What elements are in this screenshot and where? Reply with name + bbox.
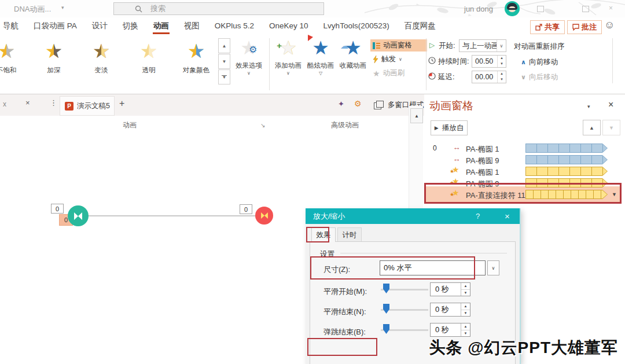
ribbon-tab-6[interactable]: 视图 [177, 17, 207, 36]
dialog-help-button[interactable]: ? [476, 212, 480, 220]
favorite-animation-button[interactable]: ★☁ 收藏动画 [337, 37, 369, 70]
effect-options-button[interactable]: ★⚙ 效果选项 ∨ [233, 37, 265, 76]
ribbon-tab-3[interactable]: 设计 [84, 17, 115, 36]
pane-move-up-button[interactable]: ▲ [583, 120, 601, 135]
ribbon-tab-5[interactable]: 动画 [146, 17, 177, 36]
play-from-button[interactable]: ▶ 播放自 [431, 120, 468, 135]
dialog-titlebar[interactable]: 放大/缩小 [306, 208, 520, 224]
pane-move-down-button[interactable]: ▼ [602, 120, 620, 135]
avatar[interactable] [505, 1, 520, 16]
animation-list-item[interactable]: ★★PA-椭圆 1 [424, 166, 625, 177]
ribbon-tab-2[interactable]: 口袋动画 PA [26, 17, 84, 36]
close-window-icon[interactable]: × [609, 4, 613, 12]
feedback-smiley-icon[interactable]: ☺ [604, 19, 615, 31]
spinner-arrows[interactable]: ▲▼ [461, 303, 470, 316]
group-separator [269, 38, 270, 90]
lightning-icon [373, 56, 378, 63]
two-tone-star-icon: ★★ [0, 41, 18, 62]
animation-painter-button[interactable]: ★ 动画刷 [370, 67, 407, 79]
animation-painter-label: 动画刷 [383, 68, 405, 78]
presentation-tab[interactable]: P 演示文稿5 [60, 96, 115, 116]
move-earlier-button[interactable]: ∧ 向前移动 [519, 56, 560, 68]
pane-close-icon[interactable]: × [608, 100, 613, 110]
plugin-icon[interactable]: ✦ [338, 100, 344, 108]
move-later-label: 向后移动 [529, 72, 558, 82]
delay-clock-icon [428, 72, 436, 80]
cool-animation-button[interactable]: ★ 酷炫动画 ▽ [304, 37, 337, 76]
ribbon-tab-8[interactable]: OneKey 10 [262, 17, 316, 36]
animation-list-item[interactable]: 0↔PA-椭圆 1 [424, 142, 625, 154]
timeline-bar[interactable] [525, 167, 608, 176]
animation-number-badge[interactable]: 0 [51, 204, 64, 214]
ribbon-tab-1[interactable]: 导航 [0, 17, 26, 36]
trigger-chevron-icon: ∨ [399, 57, 402, 62]
delay-spinner-arrows[interactable]: ▲▼ [497, 71, 506, 83]
restore-window-icon[interactable] [582, 6, 589, 12]
ribbon-tab-7[interactable]: OKPlus 5.2 [207, 17, 262, 36]
dialog-tab-timing[interactable]: 计时 [337, 227, 362, 242]
ribbon-tab-10[interactable]: 百度网盘 [397, 17, 443, 36]
slider-handle[interactable] [383, 304, 389, 314]
quick-access-doc-title[interactable]: DNA动画... [14, 4, 51, 14]
trigger-label: 触发 [381, 54, 396, 64]
animation-list-item[interactable]: ↔PA-椭圆 9 [424, 154, 625, 166]
seconds-spinner[interactable]: 0 秒▲▼ [430, 323, 470, 337]
presenter-mode-icon[interactable] [537, 6, 544, 12]
motion-path-icon: ↔ [451, 155, 462, 163]
timeline-bar[interactable] [525, 155, 608, 164]
annotation-box-effect-tab [306, 227, 329, 242]
add-animation-label: 添加动画 [272, 61, 304, 70]
duration-spinner-arrows[interactable]: ▲▼ [497, 56, 506, 67]
slider-handle[interactable] [383, 324, 389, 334]
slider-label: 平滑结束(N): [323, 307, 366, 317]
add-animation-button[interactable]: ★＋ 添加动画 ∨ [272, 37, 304, 76]
close-tab-icon[interactable]: × [25, 98, 30, 107]
duration-spinner[interactable]: 00.50 ▲▼ [472, 55, 506, 68]
share-button[interactable]: 共享 [530, 20, 565, 34]
new-tab-button[interactable]: + [119, 98, 124, 109]
delay-spinner[interactable]: 00.00 ▲▼ [472, 71, 506, 83]
seconds-spinner[interactable]: 0 秒▲▼ [430, 303, 470, 317]
document-tab-bar: x × ⋮ P 演示文稿5 + ✦ ⚙ 多窗口模式 [0, 94, 424, 116]
spinner-arrows[interactable]: ▲▼ [461, 323, 470, 336]
start-combobox-arrow-icon[interactable]: ∨ [497, 40, 506, 52]
pane-dropdown-icon[interactable]: ▾ [587, 104, 590, 109]
animation-pane-button[interactable]: 动画窗格 [370, 39, 427, 52]
gallery-effect-item[interactable]: ★★透明 [125, 37, 172, 86]
slide-shape-teal-circle[interactable] [68, 205, 89, 226]
duration-clock-icon [428, 57, 436, 64]
comments-button[interactable]: 批注 [567, 20, 602, 34]
settings-gear-icon[interactable]: ⚙ [354, 99, 362, 108]
gallery-effect-item[interactable]: ★★不饱和 [0, 37, 30, 86]
slide-connector-line[interactable] [79, 215, 264, 216]
bowtie-icon [74, 212, 82, 220]
gallery-effect-item[interactable]: ★★变淡 [78, 37, 125, 86]
move-later-button[interactable]: ∨ 向后移动 [519, 71, 560, 83]
chevron-up-icon: ∧ [521, 58, 526, 66]
search-input[interactable]: 搜索 [113, 2, 324, 15]
annotation-box-auto-reverse [307, 338, 377, 356]
scrollbar-up-button[interactable]: ▲ [410, 108, 423, 123]
spinner-arrows[interactable]: ▲▼ [461, 283, 470, 296]
start-combobox[interactable]: 与上一动画... ∨ [459, 39, 506, 52]
timeline-bar[interactable] [525, 144, 608, 153]
gallery-scroll-up-button[interactable]: ▲ [218, 38, 230, 53]
gallery-expand-button[interactable]: ▼ [218, 69, 230, 84]
size-combobox-arrow-icon[interactable]: ∨ [487, 260, 499, 275]
gallery-scroll-down-button[interactable]: ▼ [218, 54, 230, 69]
slider-handle[interactable] [383, 284, 389, 293]
gallery-effect-item[interactable]: ★★加深 [30, 37, 78, 86]
seconds-spinner[interactable]: 0 秒▲▼ [430, 282, 470, 296]
doc-title-dropdown-icon[interactable]: ▾ [61, 5, 64, 10]
group-label-advanced-animation: 高级动画 [331, 120, 359, 130]
ribbon-tab-4[interactable]: 切换 [115, 17, 146, 36]
gallery-effect-item[interactable]: ★★对象颜色 [172, 37, 216, 86]
animation-number-badge[interactable]: 0 [240, 204, 252, 214]
more-options-icon[interactable]: ⋮ [50, 98, 57, 107]
slide-shape-red-circle[interactable] [255, 207, 273, 225]
ribbon-tab-9[interactable]: LvyhTools(200523) [316, 17, 397, 36]
trigger-button[interactable]: 触发 ∨ [370, 53, 405, 65]
animation-item-label: PA-椭圆 1 [466, 144, 499, 155]
dialog-close-icon[interactable]: × [505, 211, 510, 221]
dialog-launcher-icon[interactable]: ↘ [260, 122, 265, 128]
